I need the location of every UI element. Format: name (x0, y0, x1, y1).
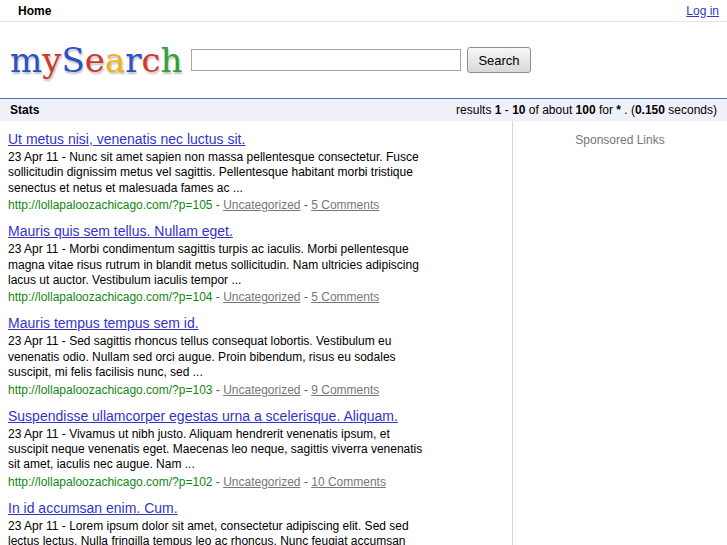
result-snippet: 23 Apr 11 - Lorem ipsum dolor sit amet, … (8, 519, 428, 545)
result-date: 23 Apr 11 (8, 427, 58, 441)
results-count-text: results 1 - 10 of about 100 for * . (0.1… (456, 103, 717, 117)
search-result-1: Ut metus nisi, venenatis nec luctus sit.… (8, 130, 428, 213)
separator: - (58, 427, 69, 441)
search-results-list: Ut metus nisi, venenatis nec luctus sit.… (0, 121, 512, 545)
result-url: http://lollapaloozachicago.com/?p=102 (8, 475, 212, 489)
separator: - (58, 519, 69, 533)
result-snippet: 23 Apr 11 - Vivamus ut nibh justo. Aliqu… (8, 427, 428, 473)
logo-letter: h (160, 40, 182, 80)
result-snippet: 23 Apr 11 - Sed sagittis rhoncus tellus … (8, 334, 428, 380)
separator: - (58, 150, 69, 164)
result-comments-link[interactable]: 5 Comments (311, 290, 379, 304)
result-snippet: 23 Apr 11 - Nunc sit amet sapien non mas… (8, 150, 428, 196)
result-meta: http://lollapaloozachicago.com/?p=102 - … (8, 475, 428, 490)
logo-letter: y (42, 40, 61, 80)
separator: - (212, 475, 223, 489)
separator: - (301, 290, 312, 304)
logo-letter: S (61, 40, 84, 80)
separator: - (58, 242, 69, 256)
result-date: 23 Apr 11 (8, 150, 58, 164)
search-result-4: Suspendisse ullamcorper egestas urna a s… (8, 407, 428, 490)
result-title-link[interactable]: In id accumsan enim. Cum. (8, 500, 178, 516)
logo-letter: c (141, 40, 160, 80)
result-meta: http://lollapaloozachicago.com/?p=105 - … (8, 198, 428, 213)
result-comments-link[interactable]: 9 Comments (311, 383, 379, 397)
result-snippet-text: Lorem ipsum dolor sit amet, consectetur … (8, 519, 409, 545)
separator: - (212, 198, 223, 212)
logo-letter: a (105, 40, 125, 80)
result-url: http://lollapaloozachicago.com/?p=104 (8, 290, 212, 304)
logo-letter: e (85, 40, 105, 80)
result-title-link[interactable]: Suspendisse ullamcorper egestas urna a s… (8, 408, 398, 424)
result-title-link[interactable]: Ut metus nisi, venenatis nec luctus sit. (8, 131, 245, 147)
result-date: 23 Apr 11 (8, 242, 58, 256)
separator: - (301, 383, 312, 397)
result-snippet-text: Vivamus ut nibh justo. Aliquam hendrerit… (8, 427, 422, 472)
result-title-link[interactable]: Mauris tempus tempus sem id. (8, 315, 199, 331)
result-category-link[interactable]: Uncategorized (223, 383, 300, 397)
logo-letter: r (125, 40, 141, 80)
result-comments-link[interactable]: 5 Comments (311, 198, 379, 212)
search-result-5: In id accumsan enim. Cum. 23 Apr 11 - Lo… (8, 499, 428, 545)
separator: - (301, 475, 312, 489)
result-comments-link[interactable]: 10 Comments (311, 475, 386, 489)
result-snippet: 23 Apr 11 - Morbi condimentum sagittis t… (8, 242, 428, 288)
result-url: http://lollapaloozachicago.com/?p=105 (8, 198, 212, 212)
result-meta: http://lollapaloozachicago.com/?p=103 - … (8, 383, 428, 398)
result-url: http://lollapaloozachicago.com/?p=103 (8, 383, 212, 397)
top-navigation-bar: Home Log in (0, 0, 727, 22)
separator: - (212, 383, 223, 397)
separator: - (212, 290, 223, 304)
result-snippet-text: Nunc sit amet sapien non massa pellentes… (8, 150, 419, 195)
search-result-3: Mauris tempus tempus sem id. 23 Apr 11 -… (8, 314, 428, 397)
mysearch-logo: mySearch (10, 43, 182, 77)
search-input[interactable] (191, 49, 461, 71)
search-header: mySearch Search (0, 22, 727, 98)
separator: - (58, 334, 69, 348)
result-date: 23 Apr 11 (8, 334, 58, 348)
stats-bar: Stats results 1 - 10 of about 100 for * … (0, 98, 727, 121)
search-result-2: Mauris quis sem tellus. Nullam eget. 23 … (8, 222, 428, 305)
result-category-link[interactable]: Uncategorized (223, 475, 300, 489)
separator: - (301, 198, 312, 212)
main-content: Ut metus nisi, venenatis nec luctus sit.… (0, 121, 727, 545)
sponsored-links-label: Sponsored Links (513, 133, 727, 147)
result-meta: http://lollapaloozachicago.com/?p=104 - … (8, 290, 428, 305)
result-snippet-text: Morbi condimentum sagittis turpis ac iac… (8, 242, 419, 287)
result-date: 23 Apr 11 (8, 519, 58, 533)
login-link[interactable]: Log in (686, 4, 719, 18)
search-button[interactable]: Search (467, 47, 530, 73)
result-category-link[interactable]: Uncategorized (223, 290, 300, 304)
home-link[interactable]: Home (18, 4, 51, 18)
sponsored-links-panel: Sponsored Links (512, 121, 727, 545)
stats-label: Stats (10, 103, 39, 117)
logo-letter: m (10, 40, 42, 80)
result-category-link[interactable]: Uncategorized (223, 198, 300, 212)
result-title-link[interactable]: Mauris quis sem tellus. Nullam eget. (8, 223, 233, 239)
